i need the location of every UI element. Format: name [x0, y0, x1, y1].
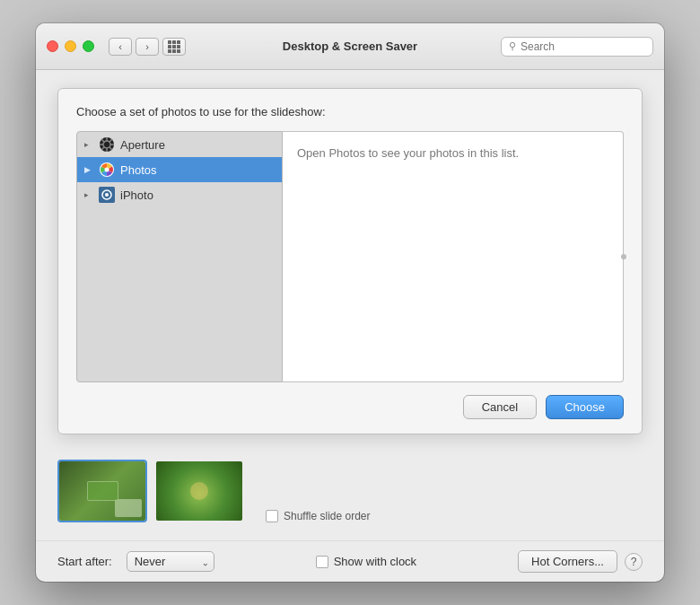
thumbnail-1[interactable]	[57, 460, 147, 522]
source-item-aperture-label: Aperture	[120, 138, 165, 152]
traffic-lights	[47, 40, 94, 52]
show-clock-checkbox[interactable]	[316, 556, 328, 568]
bottom-section: Shuffle slide order	[36, 460, 664, 540]
minimize-button[interactable]	[65, 40, 76, 52]
source-item-iphoto-label: iPhoto	[120, 189, 153, 202]
chevron-icon: ▸	[84, 190, 93, 199]
start-after-select[interactable]: Never 1 Minute 2 Minutes 5 Minutes 10 Mi…	[127, 551, 214, 572]
help-button[interactable]: ?	[625, 553, 643, 571]
grid-view-button[interactable]	[162, 38, 186, 56]
source-item-photos-label: Photos	[120, 163, 156, 177]
main-window: ‹ › Desktop & Screen Saver ⚲ Choose a se…	[36, 23, 664, 582]
window-title: Desktop & Screen Saver	[283, 39, 417, 53]
show-clock-label: Show with clock	[334, 555, 416, 568]
hot-corners-button[interactable]: Hot Corners...	[518, 550, 617, 573]
svg-point-11	[105, 168, 109, 172]
aperture-icon	[99, 136, 115, 153]
svg-point-14	[105, 193, 109, 197]
search-icon: ⚲	[509, 40, 516, 52]
photo-chooser-sheet: Choose a set of photos to use for the sl…	[57, 88, 643, 434]
maximize-button[interactable]	[83, 40, 94, 52]
start-after-label: Start after:	[57, 555, 112, 568]
shuffle-row: Shuffle slide order	[266, 510, 371, 522]
chevron-icon: ▶	[84, 165, 93, 174]
resize-handle[interactable]	[621, 254, 626, 259]
source-item-iphoto[interactable]: ▸ iPhoto	[77, 182, 282, 207]
photos-icon	[99, 162, 115, 178]
sheet-body: ▸	[76, 131, 624, 382]
forward-button[interactable]: ›	[136, 38, 159, 56]
content-message: Open Photos to see your photos in this l…	[297, 146, 519, 160]
cancel-button[interactable]: Cancel	[463, 395, 537, 419]
thumbnail-2[interactable]	[154, 460, 244, 522]
search-input[interactable]	[521, 40, 645, 53]
main-content: Choose a set of photos to use for the sl…	[36, 70, 664, 460]
chevron-icon: ▸	[84, 140, 93, 149]
bottom-bar: Start after: Never 1 Minute 2 Minutes 5 …	[36, 540, 664, 582]
titlebar: ‹ › Desktop & Screen Saver ⚲	[36, 23, 664, 70]
source-item-photos[interactable]: ▶	[77, 157, 282, 182]
sheet-title: Choose a set of photos to use for the sl…	[76, 105, 624, 118]
shuffle-checkbox[interactable]	[266, 510, 278, 522]
grid-icon	[168, 40, 180, 53]
sheet-footer: Cancel Choose	[76, 395, 624, 419]
close-button[interactable]	[47, 40, 58, 52]
back-button[interactable]: ‹	[109, 38, 132, 56]
nav-buttons: ‹ ›	[109, 38, 159, 56]
start-after-wrapper[interactable]: Never 1 Minute 2 Minutes 5 Minutes 10 Mi…	[127, 551, 214, 572]
choose-button[interactable]: Choose	[546, 395, 624, 419]
search-bar[interactable]: ⚲	[501, 37, 653, 57]
source-item-aperture[interactable]: ▸	[77, 132, 282, 157]
shuffle-label: Shuffle slide order	[284, 510, 371, 522]
iphoto-icon	[99, 187, 115, 203]
source-list[interactable]: ▸	[76, 131, 283, 382]
content-pane: Open Photos to see your photos in this l…	[283, 131, 624, 382]
show-clock-row: Show with clock	[316, 555, 416, 568]
